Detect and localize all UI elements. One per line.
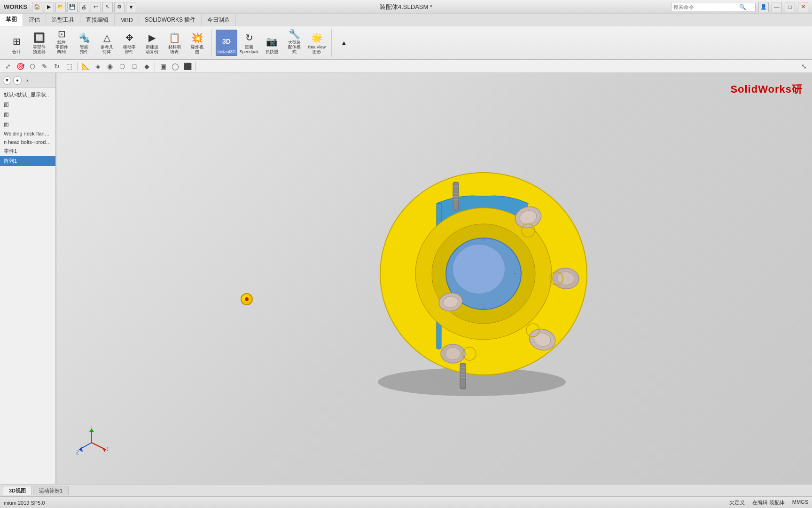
sidebar-item-face2[interactable]: 面 xyxy=(0,110,55,119)
new-motion-label: 新建运动算例 xyxy=(146,45,158,55)
secondary-toolbar: ⤢ 🎯 ⬡ ✎ ↻ ⬚ 📐 ◈ ◉ ⬡ □ ◆ ▣ ◯ ⬛ ⤡ xyxy=(0,60,812,73)
btn-bom[interactable]: 📋 材料明细表 xyxy=(164,30,185,56)
feature-tree-btn[interactable]: ▼ xyxy=(3,76,11,85)
expand-icon[interactable]: ⤡ xyxy=(799,61,809,71)
collapse-buttons: ▲ xyxy=(336,38,352,48)
titlebar-right: 🔍 👤 — □ ✕ xyxy=(671,2,808,12)
rotate-icon[interactable]: ↻ xyxy=(52,61,62,71)
view-orient-icon[interactable]: ⤢ xyxy=(3,61,13,71)
update-speedpak-icon: ↻ xyxy=(242,31,257,44)
camera-icon[interactable]: ◆ xyxy=(141,61,152,71)
wire-icon[interactable]: ⬚ xyxy=(64,61,74,71)
property-btn[interactable]: ● xyxy=(13,76,22,85)
maximize-btn[interactable]: □ xyxy=(785,2,795,12)
tab-manufacture[interactable]: 今日制造 xyxy=(202,14,236,26)
status-right: 欠定义 在编辑 装配体 MMGS xyxy=(729,499,808,506)
stud-bottom xyxy=(460,363,466,389)
sidebar-item-state[interactable]: 默认<默认_显示状态-1> xyxy=(0,90,55,100)
section-icon[interactable]: ◈ xyxy=(93,61,103,71)
new-btn[interactable]: ▶ xyxy=(44,2,54,12)
item-text: 零件1 xyxy=(4,148,17,154)
ribbon-content: ⊞ 合计 🔲 零部件预览器 ⊡ 线性零部件阵列 🔩 智能扣件 △ 参考几何体 ✥ xyxy=(0,26,812,59)
sidebar-item-pattern1[interactable]: 阵列1 xyxy=(0,156,55,166)
btn-explode[interactable]: 💥 爆炸视图 xyxy=(186,30,208,56)
bolt-bottom-left-top xyxy=(445,348,461,360)
view-orient2-icon[interactable]: 🎯 xyxy=(15,61,25,71)
ribbon-group-1: ⊞ 合计 🔲 零部件预览器 ⊡ 线性零部件阵列 🔩 智能扣件 △ 参考几何体 ✥ xyxy=(4,29,212,57)
command-search[interactable]: 🔍 xyxy=(671,3,756,11)
smart-fastener-icon: 🔩 xyxy=(77,31,92,44)
tab-direct-edit[interactable]: 直接编辑 xyxy=(80,14,115,26)
user-btn[interactable]: 👤 xyxy=(758,2,769,12)
btn-snapshot[interactable]: 📷 抓快照 xyxy=(261,30,282,56)
sidebar-item-bolts[interactable]: n head bolts--product gr xyxy=(0,138,55,146)
tab-3d-view[interactable]: 3D视图 xyxy=(3,486,32,495)
more-btn[interactable]: ▼ xyxy=(126,2,136,12)
open-btn[interactable]: 📂 xyxy=(55,2,66,12)
combine-label: 合计 xyxy=(12,50,21,55)
btn-smart-fastener[interactable]: 🔩 智能扣件 xyxy=(73,30,95,56)
zoom-icon[interactable]: ⬡ xyxy=(27,61,38,71)
btn-combine[interactable]: ⊞ 合计 xyxy=(6,30,27,56)
btn-linear-array[interactable]: ⊡ 线性零部件阵列 xyxy=(51,30,72,56)
tab-modeling[interactable]: 造型工具 xyxy=(46,14,80,26)
cursor-btn[interactable]: ↖ xyxy=(102,2,113,12)
collapse-ribbon-btn[interactable]: ▲ xyxy=(336,38,352,48)
sidebar-item-flange[interactable]: Welding neck flange<1> (W xyxy=(0,129,55,138)
toolbar-right: ⤡ xyxy=(799,61,809,71)
close-btn[interactable]: ✕ xyxy=(798,2,808,12)
btn-instant3d[interactable]: 3D Instant3D xyxy=(216,30,237,56)
ref-geometry-icon: △ xyxy=(99,31,114,44)
3d-viewport[interactable]: SolidWorks研 xyxy=(56,73,812,484)
btn-move-component[interactable]: ✥ 移动零部件 xyxy=(118,30,140,56)
btn-ref-geometry[interactable]: △ 参考几何体 xyxy=(96,30,117,56)
btn-update-speedpak[interactable]: ↻ 更新Speedpak xyxy=(238,30,260,56)
display-mode-icon[interactable]: ▣ xyxy=(158,61,168,71)
pan-icon[interactable]: ✎ xyxy=(39,61,50,71)
save-btn[interactable]: 💾 xyxy=(67,2,78,12)
btn-large-assembly[interactable]: 🔧 大型装配体模式 xyxy=(283,30,305,56)
sidebar-item-part1[interactable]: 零件1 xyxy=(0,146,55,156)
toolbar-sep-2 xyxy=(155,62,155,71)
tab-sketch[interactable]: 草图 xyxy=(0,14,23,26)
options-btn[interactable]: ⚙ xyxy=(114,2,125,12)
tab-mbd[interactable]: MBD xyxy=(115,14,139,26)
item-text: 阵列1 xyxy=(4,158,17,164)
print-btn[interactable]: 🖨 xyxy=(79,2,89,12)
minimize-btn[interactable]: — xyxy=(772,2,782,12)
sidebar-item-face3[interactable]: 面 xyxy=(0,119,55,129)
search-input[interactable] xyxy=(673,4,739,10)
btn-realview[interactable]: 🌟 RealView图形 xyxy=(306,30,328,56)
appearance-icon[interactable]: ◉ xyxy=(105,61,115,71)
center-hole-highlight xyxy=(453,245,505,294)
explode-icon: 💥 xyxy=(189,31,204,44)
btn-component-preview[interactable]: 🔲 零部件预览器 xyxy=(28,30,50,56)
tab-plugins[interactable]: SOLIDWORKS 插件 xyxy=(139,14,202,26)
cursor-dot-inner xyxy=(245,297,249,301)
home-btn[interactable]: 🏠 xyxy=(32,2,42,12)
measure-icon[interactable]: 📐 xyxy=(80,61,91,71)
shadow-icon[interactable]: ◯ xyxy=(170,61,180,71)
new-motion-icon: ▶ xyxy=(144,31,159,44)
more-display-icon[interactable]: ⬛ xyxy=(182,61,193,71)
update-speedpak-label: 更新Speedpak xyxy=(240,45,259,55)
sidebar-header: ▼ ● › xyxy=(0,73,55,88)
scene-icon[interactable]: ⬡ xyxy=(117,61,127,71)
app-logo: WORKS xyxy=(4,3,27,10)
item-text: Welding neck flange<1> (W xyxy=(4,131,55,136)
light-icon[interactable]: □ xyxy=(129,61,140,71)
explode-label: 爆炸视图 xyxy=(191,45,203,55)
toolbar-sep-3 xyxy=(195,62,196,71)
sidebar-expand-btn[interactable]: › xyxy=(23,77,31,84)
sidebar-item-face1[interactable]: 面 xyxy=(0,100,55,110)
snapshot-label: 抓快照 xyxy=(265,50,278,55)
smart-fastener-label: 智能扣件 xyxy=(80,45,88,55)
tab-motion[interactable]: 运动算例1 xyxy=(33,486,69,495)
undo-btn[interactable]: ↩ xyxy=(91,2,101,12)
x-label: X xyxy=(107,447,108,452)
btn-new-motion[interactable]: ▶ 新建运动算例 xyxy=(141,30,163,56)
flange-model xyxy=(350,156,594,401)
tab-evaluate[interactable]: 评估 xyxy=(23,14,46,26)
linear-array-label: 线性零部件阵列 xyxy=(55,40,68,55)
statusbar: mium 2019 SP5.0 欠定义 在编辑 装配体 MMGS xyxy=(0,496,812,508)
